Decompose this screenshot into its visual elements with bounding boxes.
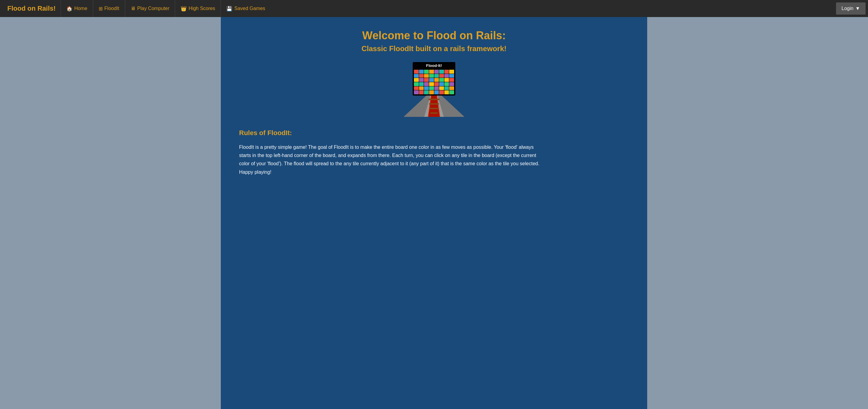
nav-home[interactable]: 🏠 Home: [61, 0, 93, 17]
logo-screen: Flood-It!: [413, 62, 455, 96]
rails-svg: [404, 93, 464, 117]
nav-saved-games[interactable]: 💾 Saved Games: [220, 0, 271, 17]
monitor-icon: 🖥: [131, 6, 135, 11]
rules-title: Rules of FloodIt:: [239, 129, 629, 137]
logo-screen-title: Flood-It!: [413, 62, 455, 69]
svg-rect-6: [429, 99, 439, 100]
logo-container: Flood-It!: [233, 62, 635, 117]
navbar: Flood on Rails! 🏠 Home ⊞ FloodIt 🖥 Play …: [0, 0, 868, 17]
nav-floodit[interactable]: ⊞ FloodIt: [93, 0, 125, 17]
login-button[interactable]: Login ▼: [836, 2, 866, 14]
main-content: Welcome to Flood on Rails: Classic Flood…: [221, 17, 647, 409]
brand-logo[interactable]: Flood on Rails!: [2, 5, 61, 12]
logo-grid: [413, 69, 455, 96]
nav-high-scores[interactable]: 👑 High Scores: [175, 0, 220, 17]
home-icon: 🏠: [66, 6, 72, 11]
save-icon: 💾: [226, 6, 232, 11]
svg-rect-7: [429, 103, 439, 105]
grid-icon: ⊞: [99, 6, 103, 11]
nav-play-computer[interactable]: 🖥 Play Computer: [125, 0, 175, 17]
flood-logo: Flood-It!: [404, 62, 464, 117]
crown-icon: 👑: [181, 6, 187, 11]
rules-section: Rules of FloodIt: FloodIt is a pretty si…: [233, 129, 635, 176]
welcome-subtitle: Classic FloodIt built on a rails framewo…: [233, 44, 635, 53]
dropdown-arrow-icon: ▼: [855, 6, 860, 11]
page-wrapper: Welcome to Flood on Rails: Classic Flood…: [0, 17, 868, 409]
svg-rect-9: [430, 112, 438, 114]
svg-rect-8: [430, 108, 438, 109]
nav-links: 🏠 Home ⊞ FloodIt 🖥 Play Computer 👑 High …: [61, 0, 836, 17]
rules-text: FloodIt is a pretty simple game! The goa…: [239, 143, 544, 176]
welcome-title: Welcome to Flood on Rails:: [233, 29, 635, 42]
